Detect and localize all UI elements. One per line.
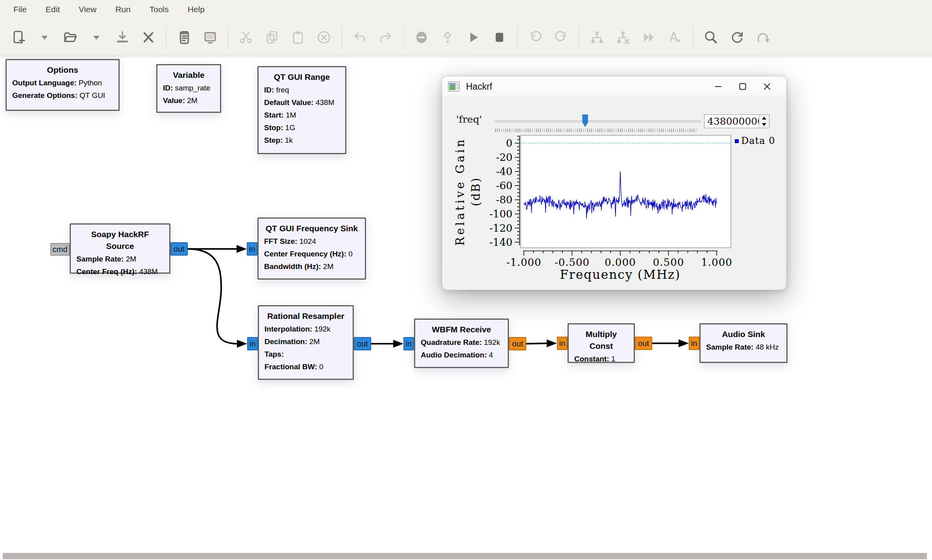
translate-button[interactable]: [662, 23, 688, 52]
block-param: Constant: 1: [574, 353, 628, 365]
copy-icon: [264, 30, 279, 45]
block-param: Stop: 1G: [264, 122, 340, 134]
block-title: WBFM Receive: [421, 324, 502, 335]
new-flowgraph-button[interactable]: [6, 23, 31, 52]
menubar: FileEditViewRunToolsHelp: [0, 0, 932, 19]
open-flowgraph-button[interactable]: [57, 23, 83, 52]
x-tick-label: 1.000: [701, 256, 732, 268]
paste-button[interactable]: [285, 23, 311, 52]
rotate-cw-button[interactable]: [548, 23, 574, 52]
view-errors-button[interactable]: [409, 23, 435, 52]
y-tick-label: 0: [506, 137, 512, 149]
find-button[interactable]: [698, 23, 724, 52]
port-in[interactable]: in: [689, 337, 699, 350]
jump-button[interactable]: [750, 23, 776, 52]
close-flowgraph-button[interactable]: [135, 23, 161, 52]
block-title: Soapy HackRF Source: [76, 228, 164, 252]
generate-flowgraph-button[interactable]: [171, 23, 197, 52]
delete-button[interactable]: [311, 23, 337, 52]
execute-flowgraph-button[interactable]: [460, 23, 486, 52]
block-param: Center Freq (Hz): 438M: [76, 265, 164, 278]
block-options[interactable]: OptionsOutput Language: PythonGenerate O…: [6, 59, 120, 111]
toolbar-separator: [579, 26, 579, 49]
horizontal-scrollbar-thumb[interactable]: [3, 553, 927, 559]
block-variable[interactable]: VariableID: samp_rateValue: 2M: [156, 64, 221, 113]
port-out[interactable]: out: [509, 337, 526, 350]
block-title: Multiply Const: [574, 328, 628, 352]
jump-icon: [755, 30, 770, 45]
block-qtgui-freq-sink[interactable]: QT GUI Frequency SinkFFT Size: 1024Cente…: [257, 217, 366, 280]
copy-button[interactable]: [259, 23, 285, 52]
spin-down-button[interactable]: [759, 122, 769, 128]
menu-item-tools[interactable]: Tools: [140, 0, 178, 19]
legend-label: Data 0: [741, 135, 775, 146]
toolbar: [0, 19, 932, 55]
port-in[interactable]: in: [247, 337, 258, 350]
block-rational-resampler[interactable]: Rational ResamplerInterpolation: 192kDec…: [258, 305, 354, 380]
rotate-cw-icon: [554, 30, 569, 45]
menu-item-run[interactable]: Run: [106, 0, 140, 19]
block-param: Sample Rate: 48 kHz: [706, 341, 781, 354]
caret-down-icon: [89, 30, 104, 45]
block-qtgui-range[interactable]: QT GUI RangeID: freqDefault Value: 438MS…: [257, 66, 346, 154]
new-flowgraph-options-button[interactable]: [31, 23, 57, 52]
block-param: Value: 2M: [163, 94, 215, 107]
menu-item-view[interactable]: View: [69, 0, 106, 19]
port-out[interactable]: out: [170, 242, 188, 256]
x-tick-label: -0.500: [555, 256, 590, 268]
port-out[interactable]: out: [354, 337, 371, 350]
port-in[interactable]: in: [557, 337, 568, 350]
rotate-ccw-button[interactable]: [522, 23, 548, 52]
bypass-block-button[interactable]: [636, 23, 662, 52]
block-title: Rational Resampler: [264, 310, 347, 322]
freq-slider-handle[interactable]: [582, 114, 588, 127]
block-audio-sink[interactable]: Audio SinkSample Rate: 48 kHz: [699, 323, 788, 363]
y-tick-label: -80: [496, 194, 512, 206]
block-title: Audio Sink: [706, 328, 781, 340]
freq-slider[interactable]: [494, 120, 701, 123]
block-param: Generate Options: QT GUI: [12, 89, 113, 102]
enable-icon: [590, 30, 605, 45]
kill-flowgraph-button[interactable]: [486, 23, 512, 52]
errors-icon: [414, 30, 429, 45]
reload-blocks-button[interactable]: [724, 23, 750, 52]
plot-canvas: [521, 135, 731, 248]
block-param: ID: samp_rate: [163, 82, 215, 94]
block-multiply-const[interactable]: Multiply ConstConstant: 1: [568, 323, 635, 363]
block-param: Audio Decimation: 4: [421, 349, 502, 361]
block-wbfm-receive[interactable]: WBFM ReceiveQuadrature Rate: 192kAudio D…: [414, 319, 509, 368]
cut-button[interactable]: [233, 23, 259, 52]
block-soapy-hackrf-source[interactable]: Soapy HackRF SourceSample Rate: 2MCenter…: [70, 223, 170, 274]
screen-capture-button[interactable]: [197, 23, 223, 52]
find-block-button[interactable]: [435, 23, 460, 52]
disable-block-button[interactable]: [610, 23, 636, 52]
freq-spinbox[interactable]: [704, 114, 769, 128]
open-recent-options-button[interactable]: [83, 23, 109, 52]
maximize-button[interactable]: [730, 79, 755, 94]
legend-marker: [735, 139, 739, 143]
enable-block-button[interactable]: [584, 23, 610, 52]
spin-up-button[interactable]: [759, 115, 769, 122]
port-out[interactable]: out: [635, 337, 652, 350]
y-tick-label: -60: [496, 180, 512, 192]
freq-value-input[interactable]: [705, 115, 759, 128]
port-cmd[interactable]: cmd: [50, 243, 70, 256]
save-icon: [115, 30, 130, 45]
menu-item-file[interactable]: File: [4, 0, 36, 19]
port-in[interactable]: in: [247, 242, 257, 256]
x-tick-label: 0.500: [653, 256, 684, 268]
redo-button[interactable]: [373, 23, 399, 52]
minimize-button[interactable]: [706, 79, 730, 94]
hackrf-window[interactable]: 0-20-40-60-80-100-120-140Relative Gain(d…: [442, 76, 787, 290]
block-param: Start: 1M: [264, 109, 340, 122]
close-button[interactable]: [755, 79, 779, 94]
undo-button[interactable]: [347, 23, 373, 52]
menu-item-edit[interactable]: Edit: [36, 0, 69, 19]
save-flowgraph-button[interactable]: [109, 23, 135, 52]
y-tick-label: -40: [496, 166, 512, 177]
horizontal-scrollbar[interactable]: [0, 553, 932, 560]
port-in[interactable]: in: [403, 337, 414, 350]
menu-item-help[interactable]: Help: [178, 0, 214, 19]
toolbar-separator: [228, 26, 228, 49]
block-param: Default Value: 438M: [264, 96, 340, 109]
